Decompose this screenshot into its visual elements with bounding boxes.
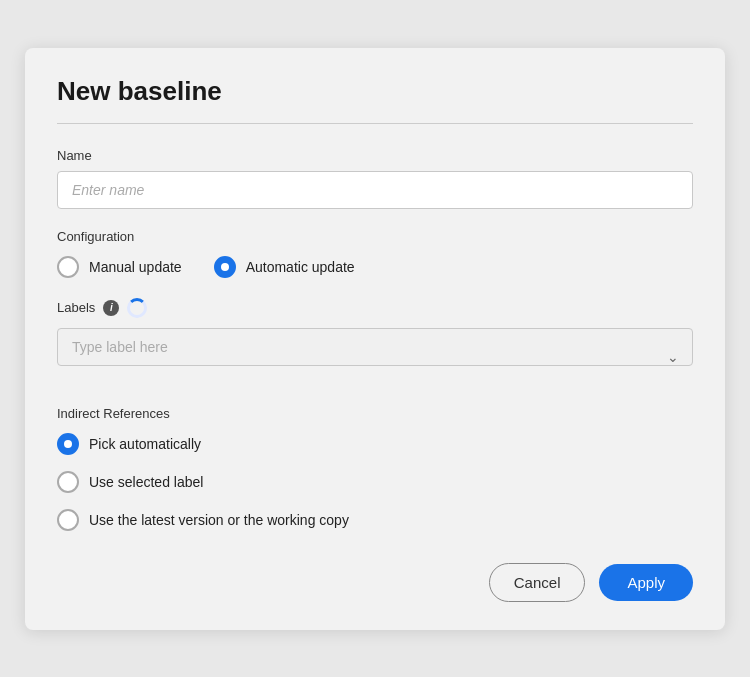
radio-automatic-update[interactable]: Automatic update: [214, 256, 355, 278]
cancel-button[interactable]: Cancel: [489, 563, 586, 602]
radio-automatic-label: Automatic update: [246, 259, 355, 275]
radio-pick-auto-label: Pick automatically: [89, 436, 201, 452]
indirect-references-label: Indirect References: [57, 406, 693, 421]
radio-use-selected-label[interactable]: Use selected label: [57, 471, 693, 493]
apply-button[interactable]: Apply: [599, 564, 693, 601]
labels-row: Labels i: [57, 298, 693, 318]
dialog-title: New baseline: [57, 76, 693, 107]
radio-pick-automatically[interactable]: Pick automatically: [57, 433, 693, 455]
configuration-radio-group: Manual update Automatic update: [57, 256, 693, 278]
radio-circle-pick-auto: [57, 433, 79, 455]
labels-select-wrapper: Type label here ⌄: [57, 328, 693, 386]
radio-circle-use-label: [57, 471, 79, 493]
radio-use-latest-label: Use the latest version or the working co…: [89, 512, 349, 528]
dialog-footer: Cancel Apply: [57, 563, 693, 602]
radio-circle-use-latest: [57, 509, 79, 531]
labels-loading-spinner: [127, 298, 147, 318]
indirect-references-section: Indirect References Pick automatically U…: [57, 406, 693, 531]
divider: [57, 123, 693, 124]
radio-manual-label: Manual update: [89, 259, 182, 275]
configuration-label: Configuration: [57, 229, 693, 244]
radio-manual-update[interactable]: Manual update: [57, 256, 182, 278]
radio-circle-manual: [57, 256, 79, 278]
name-label: Name: [57, 148, 693, 163]
labels-label: Labels: [57, 300, 95, 315]
radio-use-latest-version[interactable]: Use the latest version or the working co…: [57, 509, 693, 531]
labels-info-icon[interactable]: i: [103, 300, 119, 316]
labels-select[interactable]: Type label here: [57, 328, 693, 366]
radio-circle-automatic: [214, 256, 236, 278]
radio-use-label-text: Use selected label: [89, 474, 203, 490]
name-input[interactable]: [57, 171, 693, 209]
indirect-references-radio-group: Pick automatically Use selected label Us…: [57, 433, 693, 531]
new-baseline-dialog: New baseline Name Configuration Manual u…: [25, 48, 725, 630]
